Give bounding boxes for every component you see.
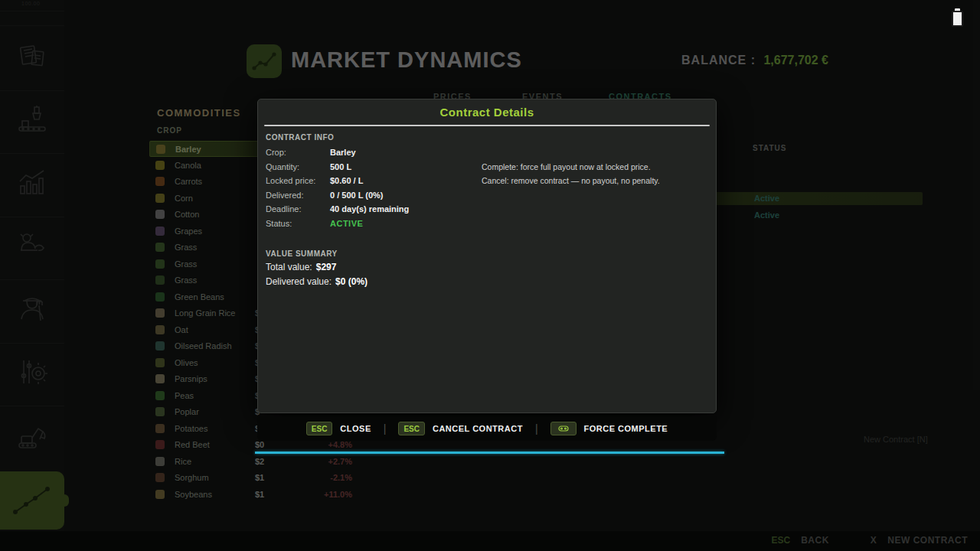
modal-action-bar: ESC CLOSE | ESC CANCEL CONTRACT | FORCE … (257, 416, 717, 441)
deadline-value: 40 day(s) remaining (330, 204, 409, 214)
game-screen: 100.00 (0, 0, 980, 551)
contract-info-header: CONTRACT INFO (266, 133, 334, 142)
contract-details-modal: Contract Details CONTRACT INFO Crop: Bar… (257, 99, 717, 413)
cancel-contract-button[interactable]: ESC CANCEL CONTRACT (398, 422, 522, 435)
value-summary-header: VALUE SUMMARY (266, 249, 338, 258)
esc-keycap: ESC (398, 422, 425, 435)
crop-value: Barley (330, 148, 356, 157)
status-badge: ACTIVE (330, 219, 363, 228)
separator: | (535, 422, 538, 435)
crop-label: Crop: (266, 148, 286, 157)
esc-keycap: ESC (306, 422, 333, 435)
modal-title: Contract Details (258, 106, 716, 119)
delivered-value-line: Delivered value:$0 (0%) (266, 276, 368, 287)
selection-underline (255, 452, 724, 454)
close-label: CLOSE (340, 424, 371, 433)
quantity-label: Quantity: (266, 162, 299, 171)
cancel-note: Cancel: remove contract — no payout, no … (482, 176, 660, 185)
separator: | (384, 422, 387, 435)
complete-note: Complete: force full payout now at locke… (482, 162, 651, 171)
force-complete-label: FORCE COMPLETE (584, 424, 668, 433)
deadline-label: Deadline: (266, 204, 301, 214)
delivered-value: $0 (0%) (335, 276, 368, 287)
locked-price-label: Locked price: (266, 176, 315, 185)
total-value-line: Total value:$297 (266, 262, 336, 272)
status-label: Status: (266, 219, 292, 228)
force-complete-button[interactable]: FORCE COMPLETE (550, 422, 668, 435)
quantity-value: 500 L (330, 162, 351, 171)
gamepad-icon (550, 422, 577, 435)
total-value: $297 (316, 262, 337, 272)
locked-price-value: $0.60 / L (330, 176, 363, 185)
divider (264, 125, 710, 126)
delivered-value-label: Delivered value: (266, 276, 332, 287)
close-button[interactable]: ESC CLOSE (306, 422, 371, 435)
total-value-label: Total value: (266, 262, 312, 272)
cancel-contract-label: CANCEL CONTRACT (433, 424, 523, 433)
battery-icon (952, 8, 963, 27)
delivered-value: 0 / 500 L (0%) (330, 191, 384, 200)
delivered-label: Delivered: (266, 191, 304, 200)
